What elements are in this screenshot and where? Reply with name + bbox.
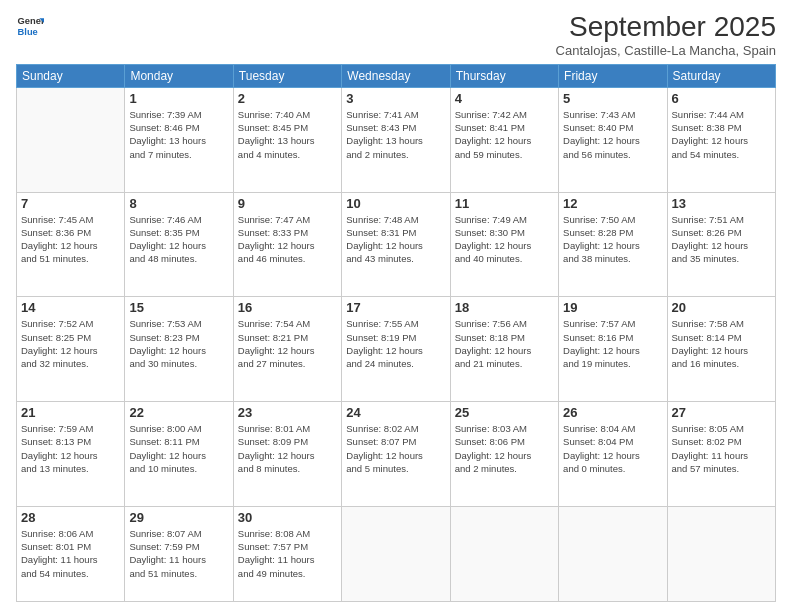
day-info: Sunrise: 8:04 AMSunset: 8:04 PMDaylight:…: [563, 422, 662, 475]
calendar-cell: 17Sunrise: 7:55 AMSunset: 8:19 PMDayligh…: [342, 297, 450, 402]
weekday-header-tuesday: Tuesday: [233, 64, 341, 87]
day-info: Sunrise: 7:49 AMSunset: 8:30 PMDaylight:…: [455, 213, 554, 266]
day-info: Sunrise: 7:44 AMSunset: 8:38 PMDaylight:…: [672, 108, 771, 161]
day-number: 1: [129, 91, 228, 106]
day-number: 21: [21, 405, 120, 420]
day-number: 15: [129, 300, 228, 315]
day-number: 25: [455, 405, 554, 420]
calendar-cell: 18Sunrise: 7:56 AMSunset: 8:18 PMDayligh…: [450, 297, 558, 402]
day-number: 5: [563, 91, 662, 106]
calendar-cell: 26Sunrise: 8:04 AMSunset: 8:04 PMDayligh…: [559, 402, 667, 507]
calendar-cell: 10Sunrise: 7:48 AMSunset: 8:31 PMDayligh…: [342, 192, 450, 297]
month-title: September 2025: [556, 12, 776, 43]
day-number: 7: [21, 196, 120, 211]
day-number: 17: [346, 300, 445, 315]
day-info: Sunrise: 8:08 AMSunset: 7:57 PMDaylight:…: [238, 527, 337, 580]
calendar-cell: [342, 506, 450, 601]
day-number: 27: [672, 405, 771, 420]
weekday-header-saturday: Saturday: [667, 64, 775, 87]
calendar-cell: 7Sunrise: 7:45 AMSunset: 8:36 PMDaylight…: [17, 192, 125, 297]
day-number: 14: [21, 300, 120, 315]
day-info: Sunrise: 7:57 AMSunset: 8:16 PMDaylight:…: [563, 317, 662, 370]
day-info: Sunrise: 7:55 AMSunset: 8:19 PMDaylight:…: [346, 317, 445, 370]
calendar-cell: 6Sunrise: 7:44 AMSunset: 8:38 PMDaylight…: [667, 87, 775, 192]
day-info: Sunrise: 7:42 AMSunset: 8:41 PMDaylight:…: [455, 108, 554, 161]
day-number: 4: [455, 91, 554, 106]
calendar-cell: 1Sunrise: 7:39 AMSunset: 8:46 PMDaylight…: [125, 87, 233, 192]
day-number: 6: [672, 91, 771, 106]
day-info: Sunrise: 7:48 AMSunset: 8:31 PMDaylight:…: [346, 213, 445, 266]
day-info: Sunrise: 7:58 AMSunset: 8:14 PMDaylight:…: [672, 317, 771, 370]
location-subtitle: Cantalojas, Castille-La Mancha, Spain: [556, 43, 776, 58]
day-number: 22: [129, 405, 228, 420]
calendar-cell: 5Sunrise: 7:43 AMSunset: 8:40 PMDaylight…: [559, 87, 667, 192]
day-number: 13: [672, 196, 771, 211]
day-number: 11: [455, 196, 554, 211]
calendar-cell: 11Sunrise: 7:49 AMSunset: 8:30 PMDayligh…: [450, 192, 558, 297]
calendar-cell: 8Sunrise: 7:46 AMSunset: 8:35 PMDaylight…: [125, 192, 233, 297]
day-number: 16: [238, 300, 337, 315]
calendar-cell: 20Sunrise: 7:58 AMSunset: 8:14 PMDayligh…: [667, 297, 775, 402]
day-info: Sunrise: 7:39 AMSunset: 8:46 PMDaylight:…: [129, 108, 228, 161]
weekday-header-friday: Friday: [559, 64, 667, 87]
weekday-header-wednesday: Wednesday: [342, 64, 450, 87]
day-number: 3: [346, 91, 445, 106]
day-info: Sunrise: 7:50 AMSunset: 8:28 PMDaylight:…: [563, 213, 662, 266]
day-info: Sunrise: 7:40 AMSunset: 8:45 PMDaylight:…: [238, 108, 337, 161]
calendar-cell: 9Sunrise: 7:47 AMSunset: 8:33 PMDaylight…: [233, 192, 341, 297]
day-number: 2: [238, 91, 337, 106]
day-info: Sunrise: 8:03 AMSunset: 8:06 PMDaylight:…: [455, 422, 554, 475]
day-info: Sunrise: 7:45 AMSunset: 8:36 PMDaylight:…: [21, 213, 120, 266]
day-number: 20: [672, 300, 771, 315]
day-info: Sunrise: 8:06 AMSunset: 8:01 PMDaylight:…: [21, 527, 120, 580]
calendar-body: 1Sunrise: 7:39 AMSunset: 8:46 PMDaylight…: [17, 87, 776, 601]
day-info: Sunrise: 8:07 AMSunset: 7:59 PMDaylight:…: [129, 527, 228, 580]
calendar-cell: 12Sunrise: 7:50 AMSunset: 8:28 PMDayligh…: [559, 192, 667, 297]
day-info: Sunrise: 7:41 AMSunset: 8:43 PMDaylight:…: [346, 108, 445, 161]
day-info: Sunrise: 7:59 AMSunset: 8:13 PMDaylight:…: [21, 422, 120, 475]
title-block: September 2025 Cantalojas, Castille-La M…: [556, 12, 776, 58]
calendar-table: SundayMondayTuesdayWednesdayThursdayFrid…: [16, 64, 776, 602]
day-number: 12: [563, 196, 662, 211]
day-number: 19: [563, 300, 662, 315]
calendar-week-5: 28Sunrise: 8:06 AMSunset: 8:01 PMDayligh…: [17, 506, 776, 601]
calendar-week-1: 1Sunrise: 7:39 AMSunset: 8:46 PMDaylight…: [17, 87, 776, 192]
day-info: Sunrise: 7:46 AMSunset: 8:35 PMDaylight:…: [129, 213, 228, 266]
day-info: Sunrise: 8:02 AMSunset: 8:07 PMDaylight:…: [346, 422, 445, 475]
day-number: 29: [129, 510, 228, 525]
svg-text:General: General: [18, 16, 44, 26]
calendar-week-4: 21Sunrise: 7:59 AMSunset: 8:13 PMDayligh…: [17, 402, 776, 507]
day-info: Sunrise: 8:00 AMSunset: 8:11 PMDaylight:…: [129, 422, 228, 475]
day-number: 8: [129, 196, 228, 211]
logo: General Blue: [16, 12, 44, 40]
calendar-cell: 22Sunrise: 8:00 AMSunset: 8:11 PMDayligh…: [125, 402, 233, 507]
day-info: Sunrise: 7:56 AMSunset: 8:18 PMDaylight:…: [455, 317, 554, 370]
calendar-cell: 30Sunrise: 8:08 AMSunset: 7:57 PMDayligh…: [233, 506, 341, 601]
calendar-cell: 29Sunrise: 8:07 AMSunset: 7:59 PMDayligh…: [125, 506, 233, 601]
calendar-cell: 28Sunrise: 8:06 AMSunset: 8:01 PMDayligh…: [17, 506, 125, 601]
calendar-cell: [450, 506, 558, 601]
calendar-cell: 24Sunrise: 8:02 AMSunset: 8:07 PMDayligh…: [342, 402, 450, 507]
day-info: Sunrise: 7:53 AMSunset: 8:23 PMDaylight:…: [129, 317, 228, 370]
day-info: Sunrise: 7:43 AMSunset: 8:40 PMDaylight:…: [563, 108, 662, 161]
day-info: Sunrise: 7:52 AMSunset: 8:25 PMDaylight:…: [21, 317, 120, 370]
day-info: Sunrise: 8:05 AMSunset: 8:02 PMDaylight:…: [672, 422, 771, 475]
weekday-header-thursday: Thursday: [450, 64, 558, 87]
day-number: 24: [346, 405, 445, 420]
day-info: Sunrise: 7:51 AMSunset: 8:26 PMDaylight:…: [672, 213, 771, 266]
calendar-cell: 19Sunrise: 7:57 AMSunset: 8:16 PMDayligh…: [559, 297, 667, 402]
calendar-cell: 21Sunrise: 7:59 AMSunset: 8:13 PMDayligh…: [17, 402, 125, 507]
calendar-cell: 2Sunrise: 7:40 AMSunset: 8:45 PMDaylight…: [233, 87, 341, 192]
day-number: 26: [563, 405, 662, 420]
calendar-cell: [559, 506, 667, 601]
logo-icon: General Blue: [16, 12, 44, 40]
calendar-week-3: 14Sunrise: 7:52 AMSunset: 8:25 PMDayligh…: [17, 297, 776, 402]
calendar-cell: 25Sunrise: 8:03 AMSunset: 8:06 PMDayligh…: [450, 402, 558, 507]
day-info: Sunrise: 7:54 AMSunset: 8:21 PMDaylight:…: [238, 317, 337, 370]
day-info: Sunrise: 7:47 AMSunset: 8:33 PMDaylight:…: [238, 213, 337, 266]
calendar-cell: 16Sunrise: 7:54 AMSunset: 8:21 PMDayligh…: [233, 297, 341, 402]
calendar-cell: 3Sunrise: 7:41 AMSunset: 8:43 PMDaylight…: [342, 87, 450, 192]
weekday-header-sunday: Sunday: [17, 64, 125, 87]
calendar-cell: 23Sunrise: 8:01 AMSunset: 8:09 PMDayligh…: [233, 402, 341, 507]
day-number: 23: [238, 405, 337, 420]
